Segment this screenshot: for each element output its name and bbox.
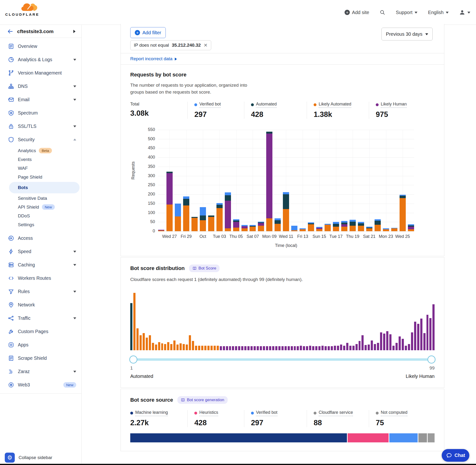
account-menu[interactable] [459,9,470,15]
stacked-bar[interactable] [408,224,414,231]
stacked-bar[interactable] [358,222,364,231]
bot-score-generation-badge[interactable]: Bot score generation [177,396,228,404]
sidebar-item-events[interactable]: Events [0,155,81,164]
sidebar-item-api-shield[interactable]: API ShieldNew [0,203,81,211]
quick-settings-button[interactable]: ⚙ [5,453,15,463]
stacked-bar[interactable] [375,219,381,231]
bar-segment-likely-automated [233,228,239,231]
search-button[interactable] [380,10,385,15]
sidebar-item-settings[interactable]: Settings [0,220,81,229]
sidebar-item-zaraz[interactable]: Zaraz [0,365,81,378]
histogram-bar-score-63 [321,346,324,350]
site-expand-icon[interactable] [73,30,77,33]
sidebar-item-scrape-shield[interactable]: Scrape Shield [0,351,81,365]
histogram-bar-score-65 [328,346,330,350]
add-site-button[interactable]: + Add site [345,10,369,15]
stacked-bar[interactable] [183,196,189,231]
sidebar-item-ssl-tls[interactable]: SSL/TLS [0,119,81,133]
stacked-bar[interactable] [208,215,214,231]
sidebar-item-analytics-logs[interactable]: Analytics & Logs [0,53,81,66]
slider-handle-max[interactable] [427,356,435,364]
sidebar-item-spectrum[interactable]: Spectrum [0,106,81,119]
language-menu[interactable]: English [428,10,449,15]
stacked-bar[interactable] [233,219,239,231]
stacked-bar[interactable] [158,230,164,231]
stacked-bar[interactable] [250,225,256,231]
stacked-bar[interactable] [366,227,372,231]
x-tick: Mon 09 [266,234,272,240]
stacked-bar[interactable] [266,132,272,231]
sidebar-item-waf[interactable]: WAF [0,164,81,173]
sidebar-item-speed[interactable]: Speed [0,245,81,258]
histogram-bar-score-97 [426,315,429,350]
sidebar-item-overview[interactable]: Overview [0,40,81,53]
histogram-bar-score-30 [220,346,222,350]
stacked-bar[interactable] [391,228,397,231]
chat-button[interactable]: Chat [442,449,469,462]
stacked-bar[interactable] [291,226,297,231]
collapse-sidebar-button[interactable]: Collapse sidebar [19,455,52,460]
stacked-bar[interactable] [316,227,322,231]
stacked-bar[interactable] [225,192,231,231]
filter-chip[interactable]: IP does not equal 35.212.240.32 ✕ [130,40,211,50]
close-icon[interactable]: ✕ [204,42,208,48]
stacked-bar[interactable] [216,203,223,231]
sidebar-item-sensitive-data[interactable]: Sensitive Data [0,194,81,203]
stat-value: 975 [376,110,430,119]
stacked-bar[interactable] [258,222,264,231]
source-segment-heuristics [348,433,389,442]
cloudflare-logo[interactable]: CLOUDFLARE [5,2,41,16]
back-arrow-icon[interactable] [7,28,13,34]
sidebar-item-network[interactable]: Network [0,298,81,311]
stacked-bar[interactable] [341,221,348,231]
sidebar-item-custom-pages[interactable]: Custom Pages [0,325,81,338]
sidebar-item-apps[interactable]: Apps [0,338,81,351]
time-range-select[interactable]: Previous 30 days [381,28,433,41]
sidebar-item-access[interactable]: Access [0,232,81,245]
x-tick [175,234,181,240]
sidebar-item-web3[interactable]: Web3New [0,378,81,391]
sidebar-item-bots[interactable]: Bots [9,182,80,193]
stat-label-text: Machine learning [135,410,168,416]
sidebar-item-email[interactable]: Email [0,93,81,106]
badge-beta: Beta [39,148,52,153]
stat-verified-bot: Verified bot297 [187,102,244,119]
stacked-bar[interactable] [191,217,198,231]
sidebar-item-dns[interactable]: DNS [0,80,81,93]
slider-track[interactable] [130,358,434,361]
stacked-bar[interactable] [333,222,339,231]
score-range-slider [130,356,434,364]
slider-handle-min[interactable] [129,356,138,364]
sidebar-item-security[interactable]: Security [0,133,81,146]
sidebar-item-label: DNS [18,84,73,89]
stacked-bar[interactable] [400,195,406,231]
histogram-bar-score-11 [161,343,163,350]
stacked-bar[interactable] [200,207,206,231]
report-incorrect-data-link[interactable]: Report incorrect data [130,56,178,62]
sidebar-item-workers-routes[interactable]: Workers Routes [0,271,81,285]
sidebar-item-page-shield[interactable]: Page Shield [0,173,81,181]
stacked-bar[interactable] [283,192,289,231]
sidebar: cftestsite3.com OverviewAnalytics & Logs… [0,25,82,465]
stat-value: 297 [251,419,302,427]
bot-score-docs-badge[interactable]: Bot Score [189,264,220,272]
sidebar-item-caching[interactable]: Caching [0,258,81,271]
stacked-bar[interactable] [325,224,331,231]
stacked-bar[interactable] [349,220,356,231]
stacked-bar[interactable] [167,172,173,231]
stat-label: Likely Automated [314,102,364,108]
support-menu[interactable]: Support [396,10,417,15]
sidebar-item-version-management[interactable]: Version Management [0,66,81,80]
sidebar-item-traffic[interactable]: Traffic [0,311,81,325]
stacked-bar[interactable] [275,218,281,231]
stacked-bar[interactable] [175,204,181,231]
stacked-bar[interactable] [383,228,389,231]
sidebar-item-ddos[interactable]: DDoS [0,211,81,220]
stacked-bar[interactable] [300,228,306,231]
sidebar-item-analytics[interactable]: AnalyticsBeta [0,146,81,155]
stacked-bar[interactable] [242,225,248,231]
add-filter-button[interactable]: + Add filter [130,27,166,38]
stat-not-computed: Not computed75 [369,410,434,427]
stacked-bar[interactable] [308,222,314,231]
sidebar-item-rules[interactable]: Rules [0,285,81,298]
